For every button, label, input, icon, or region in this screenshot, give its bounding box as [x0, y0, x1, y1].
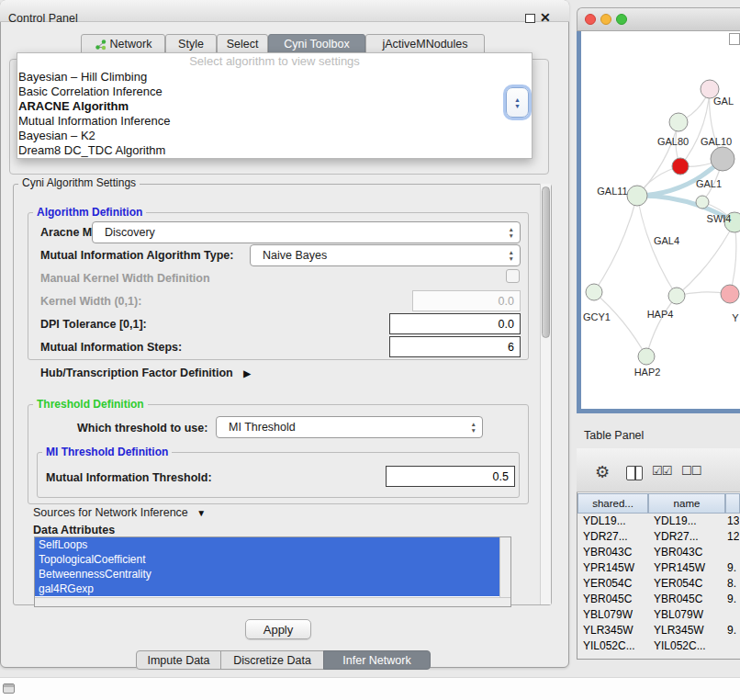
table-cell[interactable]: 9. [727, 560, 739, 576]
network-node-label: GAL1 [696, 178, 722, 189]
mi-algorithm-type-combobox[interactable]: Naive Bayes ▲▼ [250, 244, 521, 266]
list-horizontal-scrollbar[interactable] [35, 597, 510, 606]
network-edge[interactable] [677, 222, 734, 296]
algorithm-option[interactable]: Dream8 DC_TDC Algorithm [17, 143, 532, 158]
columns-icon[interactable] [626, 466, 643, 480]
sources-section-header[interactable]: Sources for Network Inference ▼ [33, 506, 206, 519]
tab-jactivemnodules[interactable]: jActiveMNodules [365, 34, 485, 54]
close-traffic-light[interactable] [585, 14, 596, 25]
table-cell[interactable] [727, 545, 739, 560]
network-edge[interactable] [646, 296, 677, 356]
table-cell[interactable]: YLR345W [654, 623, 723, 638]
table-cell[interactable]: YBR043C [654, 545, 723, 560]
network-node[interactable] [586, 284, 602, 300]
tab-discretize-data[interactable]: Discretize Data [220, 650, 324, 670]
table-cell[interactable]: YDR27... [654, 529, 723, 545]
list-item-selected[interactable]: SelfLoops [35, 537, 500, 552]
table-cell[interactable]: YLR345W [583, 623, 647, 638]
table-panel-title: Table Panel [584, 429, 644, 442]
select-all-columns-icon[interactable]: ☑☑ [652, 464, 671, 478]
table-cell[interactable]: YPR145W [583, 560, 647, 576]
settings-scrollbar-thumb[interactable] [542, 186, 550, 338]
column-header-partial[interactable] [725, 493, 740, 514]
column-header-shared[interactable]: shared... [577, 493, 648, 514]
algorithm-option[interactable]: Bayesian – K2 [17, 129, 532, 143]
kernel-width-input[interactable] [412, 290, 521, 311]
network-node[interactable] [668, 288, 685, 304]
algorithm-option-selected[interactable]: ARACNE Algorithm [17, 99, 532, 114]
table-cell[interactable]: 8. [727, 576, 739, 592]
dpi-tolerance-label: DPI Tolerance [0,1]: [40, 318, 147, 331]
table-cell[interactable]: YER054C [654, 576, 723, 592]
network-node-label: GAL80 [657, 136, 689, 147]
table-cell[interactable]: YER054C [583, 576, 647, 592]
algorithm-option[interactable]: Bayesian – Hill Climbing [17, 70, 532, 85]
algorithm-option[interactable]: Basic Correlation Inference [17, 85, 532, 99]
network-edge[interactable] [594, 196, 637, 292]
tab-label: jActiveMNodules [382, 38, 467, 51]
table-cell[interactable]: 9. [727, 623, 739, 638]
table-cell[interactable]: YBL079W [654, 607, 723, 623]
network-edge[interactable] [730, 222, 736, 294]
manual-kernel-width-checkbox[interactable] [506, 269, 520, 283]
network-node[interactable] [721, 285, 739, 303]
tab-impute-data[interactable]: Impute Data [136, 650, 221, 670]
sources-section-label: Sources for Network Inference [33, 506, 188, 519]
minimize-traffic-light[interactable] [600, 14, 611, 25]
network-node[interactable] [672, 158, 689, 175]
network-node[interactable] [669, 113, 688, 131]
table-cell[interactable]: YBR043C [583, 545, 647, 560]
dpi-tolerance-input[interactable] [389, 313, 521, 334]
table-cell[interactable] [727, 607, 739, 623]
gear-icon[interactable]: ⚙ [595, 462, 610, 482]
table-cell[interactable]: 13 [727, 514, 739, 529]
table-cell[interactable]: YDL19... [583, 514, 647, 529]
zoom-traffic-light[interactable] [616, 14, 627, 25]
mi-threshold-input[interactable] [386, 466, 515, 487]
list-vertical-scrollbar[interactable] [499, 537, 510, 597]
deselect-all-columns-icon[interactable]: ☐☐ [681, 464, 701, 478]
tab-select[interactable]: Select [217, 34, 268, 54]
aracne-mode-combobox[interactable]: Discovery ▲▼ [92, 221, 521, 243]
table-cell[interactable]: YBR045C [583, 592, 647, 607]
algorithm-combobox-arrow[interactable]: ▲ ▼ [506, 87, 529, 118]
algorithm-option[interactable]: Mutual Information Inference [17, 114, 532, 129]
table-cell[interactable]: YIL052C... [654, 638, 723, 654]
table-cell[interactable]: 9. [727, 592, 739, 607]
table-cell[interactable]: YBR045C [654, 592, 723, 607]
tab-network[interactable]: Network [81, 34, 165, 54]
list-item-selected[interactable]: BetweennessCentrality [35, 567, 500, 581]
table-cell[interactable]: YBL079W [583, 607, 647, 623]
apply-button[interactable]: Apply [245, 619, 311, 639]
network-node[interactable] [627, 186, 647, 206]
tab-cyni-toolbox[interactable]: Cyni Toolbox [268, 34, 365, 54]
column-header-name[interactable]: name [648, 493, 725, 514]
tab-infer-network[interactable]: Infer Network [323, 650, 431, 670]
hub-section-header[interactable]: Hub/Transcription Factor Definition ▶ [40, 367, 251, 379]
mi-steps-input[interactable] [389, 336, 521, 357]
close-icon[interactable]: ✕ [540, 10, 551, 25]
table-cell[interactable] [727, 638, 739, 654]
network-node-label: SWI4 [707, 213, 732, 224]
control-panel-titlebar[interactable] [0, 0, 569, 22]
table-cell[interactable]: YDR27... [583, 529, 647, 545]
network-node[interactable] [696, 196, 709, 209]
window-title: Control Panel [8, 12, 78, 25]
float-window-icon[interactable] [525, 14, 535, 23]
network-node[interactable] [711, 147, 734, 171]
network-canvas[interactable]: GALGAL80GAL10GAL11GAL1SWI4GAL4GCY1HAP4HA… [581, 31, 740, 409]
minimized-panel-icon[interactable] [3, 683, 15, 694]
network-node[interactable] [638, 348, 655, 365]
table-cell[interactable]: 12 [727, 529, 739, 545]
which-threshold-combobox[interactable]: MI Threshold ▲▼ [216, 416, 483, 438]
network-edge[interactable] [637, 122, 678, 196]
tab-style[interactable]: Style [165, 34, 217, 54]
list-item-selected[interactable]: gal4RGexp [35, 581, 500, 596]
network-edge[interactable] [594, 292, 646, 356]
table-cell[interactable]: YIL052C... [583, 638, 647, 654]
table-cell[interactable]: YPR145W [654, 560, 723, 576]
list-item-selected[interactable]: TopologicalCoefficient [35, 552, 500, 567]
which-threshold-label: Which threshold to use: [77, 422, 207, 435]
column-header-label: shared... [592, 498, 633, 509]
table-cell[interactable]: YDL19... [654, 514, 723, 529]
